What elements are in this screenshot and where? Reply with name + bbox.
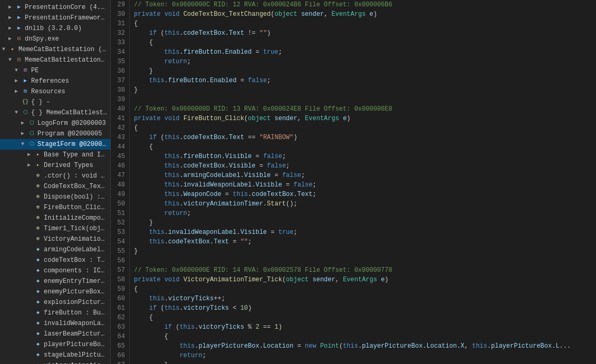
ref-icon: ▶ xyxy=(15,24,23,33)
sidebar-item-presentation-core[interactable]: ▶PresentationCore (4.0.0.0) xyxy=(0,2,110,13)
code-line: private void VictoryAnimationTimer_Tick(… xyxy=(134,275,592,284)
sidebar-item-invalidweapon[interactable]: ◈invalidWeaponLabel : Lab... xyxy=(0,318,110,329)
line-number: 37 xyxy=(115,76,125,85)
sidebar-item-dnlib[interactable]: ▶dnlib (3.2.0.0) xyxy=(0,23,110,34)
expand-arrow[interactable] xyxy=(15,87,21,96)
expand-arrow[interactable] xyxy=(15,108,21,117)
sidebar-item-laserbeam[interactable]: ◈laserBeamPictureBox : Pic... xyxy=(0,329,110,339)
expand-arrow[interactable] xyxy=(27,150,34,160)
code-line: if (this.codeTextBox.Text == "RAINBOW") xyxy=(134,133,592,142)
expand-arrow[interactable] xyxy=(2,45,8,54)
code-line: this.WeaponCode = this.codeTextBox.Text; xyxy=(134,190,592,199)
method-icon: ⊕ xyxy=(34,182,42,191)
field-icon: ◈ xyxy=(34,288,42,296)
line-number: 53 xyxy=(115,228,125,237)
line-number: 50 xyxy=(115,199,125,209)
expand-arrow[interactable] xyxy=(15,66,21,75)
expand-arrow[interactable] xyxy=(8,24,15,33)
field-icon: ◈ xyxy=(34,351,42,359)
expand-arrow[interactable] xyxy=(8,13,15,23)
sidebar-item-codetextbox[interactable]: ◈codeTextBox : TextBox @... xyxy=(0,255,110,265)
sidebar-item-logoform[interactable]: ⬡LogoForm @02000003 xyxy=(0,118,110,129)
sidebar-item-initialize[interactable]: ⊕InitializeComponent() : vo... xyxy=(0,213,110,223)
sidebar-item-program[interactable]: ⬡Program @02000005 xyxy=(0,129,110,139)
code-line: this.codeTextBox.Visible = false; xyxy=(134,161,592,171)
sidebar-item-ns-empty[interactable]: {}{ } – xyxy=(0,97,110,107)
method-icon: ⊕ xyxy=(34,193,42,201)
expand-arrow[interactable] xyxy=(21,140,27,149)
sidebar-item-memecat-class[interactable]: ⬡{ } MemeCatBattlestation xyxy=(0,107,110,118)
sidebar-item-dnspy-exe[interactable]: ⊡dnSpy.exe xyxy=(0,34,110,44)
sidebar-item-timer1-tick[interactable]: ⊕Timer1_Tick(object, Event... xyxy=(0,223,110,234)
line-number: 67 xyxy=(115,360,125,364)
line-number: 62 xyxy=(115,313,125,322)
sidebar-item-label: Derived Types xyxy=(44,161,93,170)
line-number: 51 xyxy=(115,209,125,218)
expand-arrow[interactable] xyxy=(21,129,27,139)
line-number: 64 xyxy=(115,332,125,341)
expand-arrow[interactable] xyxy=(15,76,21,86)
expand-arrow[interactable] xyxy=(8,34,15,44)
sidebar-item-base-type[interactable]: ▸Base Type and Interfaces xyxy=(0,150,110,160)
code-line: this.armingCodeLabel.Visible = false; xyxy=(134,171,592,180)
sidebar-item-stage1form[interactable]: ⬡Stage1Form @02000004 xyxy=(0,139,110,150)
sidebar-item-label: .ctor() : void @0600000A xyxy=(44,171,108,181)
sidebar-item-dispose[interactable]: ⊕Dispose(bool) : void @06... xyxy=(0,192,110,202)
class-icon: ⬡ xyxy=(27,130,36,138)
method-icon: ⊕ xyxy=(34,224,42,233)
code-line: this.fireButton.Visible = false; xyxy=(134,152,592,161)
line-number: 56 xyxy=(115,256,125,265)
sidebar-item-enemy-timer[interactable]: ◈enemyEntryTimer : Timer... xyxy=(0,276,110,287)
sidebar-item-firebutton-click[interactable]: ⊕FireButton_Click(object, E... xyxy=(0,202,110,213)
sidebar-item-firebutton[interactable]: ◈fireButton : Button @040... xyxy=(0,308,110,318)
sidebar-item-presentation-framework[interactable]: ▶PresentationFramework (4.0.0.0) xyxy=(0,13,110,23)
sidebar-item-victory-timer[interactable]: ⊕VictoryAnimationTimer_T... xyxy=(0,234,110,244)
sidebar-item-derived-types[interactable]: ▸Derived Types xyxy=(0,160,110,171)
sidebar-item-memecat[interactable]: ▸MemeCatBattlestation (1.0.0.0) xyxy=(0,44,110,55)
field-icon: ◈ xyxy=(34,330,42,338)
code-line: // Token: 0x0600000D RID: 13 RVA: 0x0000… xyxy=(134,104,592,114)
sidebar-item-codetextbox-changed[interactable]: ⊕CodeTextBox_TextChang... xyxy=(0,181,110,192)
sidebar-item-explosion-picturebox[interactable]: ◈explosionPictureBox : Pic... xyxy=(0,297,110,308)
code-area[interactable]: 2930313233343536373839404142434445464748… xyxy=(111,0,596,364)
line-number: 43 xyxy=(115,133,125,142)
code-line: } xyxy=(134,360,592,364)
exe-icon: ⊡ xyxy=(15,56,23,64)
line-number: 66 xyxy=(115,351,125,360)
code-line: if (this.codeTextBox.Text != "") xyxy=(134,28,592,38)
expand-arrow[interactable] xyxy=(8,55,15,65)
line-number: 32 xyxy=(115,28,125,38)
code-line: if (this.victoryTicks < 10) xyxy=(134,303,592,313)
sidebar-item-label: stageLabelPictureBox : Pi... xyxy=(44,350,108,360)
sidebar-item-label: Base Type and Interfaces xyxy=(44,150,108,160)
code-content[interactable]: // Token: 0x0600000C RID: 12 RVA: 0x0000… xyxy=(130,0,596,364)
sidebar-item-ctor[interactable]: ⊕.ctor() : void @0600000A xyxy=(0,171,110,181)
sidebar-item-label: PE xyxy=(31,66,39,75)
sidebar-item-components[interactable]: ◈components : IContainer... xyxy=(0,265,110,276)
code-line: // Token: 0x0600000E RID: 14 RVA: 0x0000… xyxy=(134,265,592,275)
sidebar-item-label: codeTextBox : TextBox @... xyxy=(44,255,108,265)
line-number: 29 xyxy=(115,0,125,9)
code-line: this.codeTextBox.Text = ""; xyxy=(134,237,592,247)
line-number: 45 xyxy=(115,152,125,161)
sidebar-item-resources[interactable]: ⊞Resources xyxy=(0,86,110,97)
line-number: 30 xyxy=(115,9,125,19)
sidebar-item-victoryanim[interactable]: ◈victoryAnimationTimer : T... xyxy=(0,360,110,364)
method-icon: ⊕ xyxy=(34,172,42,180)
expand-arrow[interactable] xyxy=(8,3,15,12)
line-number: 34 xyxy=(115,47,125,57)
line-number: 42 xyxy=(115,123,125,133)
code-line xyxy=(134,95,592,104)
expand-arrow[interactable] xyxy=(21,119,27,128)
line-number: 58 xyxy=(115,275,125,284)
sidebar-item-playerpicturebox[interactable]: ◈playerPictureBox : Picture... xyxy=(0,339,110,350)
sidebar-item-memecat-exe[interactable]: ⊡MemeCatBattlestation.exe xyxy=(0,55,110,65)
sidebar-item-stagelabel[interactable]: ◈stageLabelPictureBox : Pi... xyxy=(0,350,110,360)
expand-arrow[interactable] xyxy=(27,161,34,170)
class-icon: ⬡ xyxy=(27,140,36,149)
sidebar-item-enemy-picturebox[interactable]: ◈enemyPictureBox : Pictur... xyxy=(0,287,110,297)
line-number: 61 xyxy=(115,303,125,313)
sidebar-item-arming-label[interactable]: ◈armingCodeLabel : Label xyxy=(0,244,110,255)
sidebar-item-references[interactable]: ▶References xyxy=(0,76,110,86)
sidebar-item-pe[interactable]: ⊞PE xyxy=(0,65,110,76)
